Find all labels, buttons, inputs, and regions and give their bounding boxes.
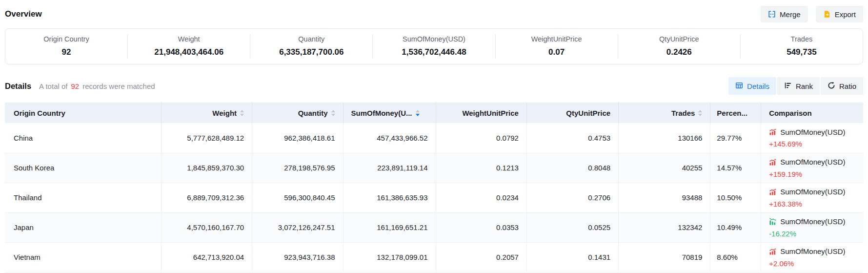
export-button[interactable]: Export	[816, 6, 863, 22]
tab-rank-label: Rank	[796, 82, 813, 90]
cell-comparison: SumOfMoney(USD) -16.22%	[761, 212, 863, 242]
trend-down-chart-icon	[769, 218, 777, 226]
col-header-percent: Percen...	[710, 103, 761, 123]
cell-country: Japan	[5, 212, 161, 242]
comparison-metric: SumOfMoney(USD)	[780, 248, 845, 255]
cell-sum-of-money: 161,386,635.93	[343, 183, 436, 212]
cell-weight: 4,570,160,167.70	[161, 212, 252, 242]
cell-comparison: SumOfMoney(USD) +145.69%	[761, 123, 863, 153]
comparison-change: +2.06%	[769, 260, 855, 267]
view-switcher: Details Rank	[728, 77, 863, 95]
cell-sum-of-money: 132,178,099.01	[343, 242, 436, 272]
cell-weight-unit-price: 0.0792	[436, 123, 526, 153]
trend-up-chart-icon	[769, 128, 777, 136]
col-label: Trades	[671, 109, 695, 117]
col-label: Weight	[212, 109, 237, 117]
col-label: Comparison	[769, 109, 812, 117]
cell-weight-unit-price: 0.1213	[436, 153, 526, 183]
top-bar: Overview Merge Export	[5, 0, 863, 26]
summary-prefix: A total of	[39, 82, 67, 90]
trend-up-chart-icon	[769, 248, 777, 255]
stat-weight: Weight 21,948,403,464.06	[127, 34, 250, 59]
stat-value: 0.07	[548, 47, 565, 57]
table-row[interactable]: Japan 4,570,160,167.70 3,072,126,247.51 …	[5, 212, 863, 242]
cell-percent: 14.57%	[710, 153, 761, 183]
cell-trades: 130166	[619, 123, 710, 153]
cell-weight-unit-price: 0.0353	[436, 212, 526, 242]
sort-caret-active-desc	[416, 110, 420, 116]
trend-up-chart-icon	[769, 158, 777, 166]
col-label: Quantity	[298, 109, 328, 117]
summary-suffix: records were matched	[82, 82, 155, 90]
comparison-metric: SumOfMoney(USD)	[780, 218, 845, 225]
cell-trades: 93488	[619, 183, 710, 212]
cell-qty-unit-price: 0.8048	[526, 153, 618, 183]
cell-comparison: SumOfMoney(USD) +2.06%	[761, 242, 863, 272]
details-table: Origin Country Weight Quantity SumOfMone…	[5, 103, 863, 273]
stat-value: 1,536,702,446.48	[402, 47, 466, 57]
cell-quantity: 3,072,126,247.51	[252, 212, 343, 242]
col-header-sum-of-money[interactable]: SumOfMoney(U...	[343, 103, 436, 123]
col-header-weight-unit-price: WeightUnitPrice	[436, 103, 526, 123]
details-bar: Details A total of92records were matched…	[5, 77, 863, 95]
page: Overview Merge Export	[0, 0, 868, 273]
cell-trades: 132342	[619, 212, 710, 242]
stat-trades: Trades 549,735	[740, 34, 863, 59]
stat-quantity: Quantity 6,335,187,700.06	[250, 34, 372, 59]
stat-value: 549,735	[787, 47, 816, 57]
table-row[interactable]: China 5,777,628,489.12 962,386,418.61 45…	[5, 123, 863, 153]
cell-percent: 8.60%	[710, 242, 761, 272]
col-label: Percen...	[717, 109, 747, 117]
table-row[interactable]: Vietnam 642,713,920.04 923,943,716.38 13…	[5, 242, 863, 272]
stat-weight-unit-price: WeightUnitPrice 0.07	[495, 34, 618, 59]
comparison-change: +159.19%	[769, 170, 855, 178]
col-label: WeightUnitPrice	[462, 109, 519, 117]
merge-button[interactable]: Merge	[761, 6, 808, 22]
sort-caret	[698, 110, 702, 116]
col-header-weight[interactable]: Weight	[161, 103, 252, 123]
page-title: Overview	[5, 9, 42, 19]
cell-comparison: SumOfMoney(USD) +163.38%	[761, 183, 863, 212]
cell-quantity: 596,300,840.45	[252, 183, 343, 212]
cell-weight: 1,845,859,370.30	[161, 153, 252, 183]
stat-origin-country: Origin Country 92	[5, 34, 127, 59]
tab-details[interactable]: Details	[728, 77, 776, 95]
stat-value: 92	[62, 47, 71, 57]
table-grid-icon	[735, 82, 743, 91]
export-file-icon	[823, 10, 831, 18]
comparison-change: +163.38%	[769, 200, 855, 208]
cell-quantity: 278,198,576.95	[252, 153, 343, 183]
sort-caret	[240, 110, 244, 116]
overview-stats-panel: Origin Country 92 Weight 21,948,403,464.…	[5, 28, 863, 64]
stat-value: 21,948,403,464.06	[154, 47, 223, 57]
col-header-trades[interactable]: Trades	[619, 103, 710, 123]
ratio-cycle-icon	[828, 82, 835, 91]
col-label: Origin Country	[14, 109, 65, 117]
tab-rank[interactable]: Rank	[777, 77, 820, 95]
cell-country: South Korea	[5, 153, 161, 183]
table-row[interactable]: South Korea 1,845,859,370.30 278,198,576…	[5, 153, 863, 183]
comparison-metric: SumOfMoney(USD)	[780, 128, 845, 136]
tab-ratio[interactable]: Ratio	[821, 77, 863, 95]
cell-sum-of-money: 161,169,651.21	[343, 212, 436, 242]
col-header-quantity[interactable]: Quantity	[252, 103, 343, 123]
cell-percent: 10.49%	[710, 212, 761, 242]
comparison-metric: SumOfMoney(USD)	[780, 158, 845, 166]
cell-country: China	[5, 123, 161, 153]
stat-label: Weight	[178, 35, 200, 43]
cell-quantity: 923,943,716.38	[252, 242, 343, 272]
stat-label: SumOfMoney(USD)	[403, 35, 465, 43]
cell-qty-unit-price: 0.4753	[526, 123, 618, 153]
details-title: Details	[5, 82, 31, 91]
export-button-label: Export	[835, 10, 856, 19]
cell-percent: 29.77%	[710, 123, 761, 153]
cell-weight-unit-price: 0.0234	[436, 183, 526, 212]
cell-qty-unit-price: 0.0525	[526, 212, 618, 242]
cell-weight: 6,889,709,312.36	[161, 183, 252, 212]
stat-label: QtyUnitPrice	[659, 35, 699, 43]
comparison-change: +145.69%	[769, 140, 855, 147]
table-row[interactable]: Thailand 6,889,709,312.36 596,300,840.45…	[5, 183, 863, 212]
stat-qty-unit-price: QtyUnitPrice 0.2426	[618, 34, 740, 59]
cell-sum-of-money: 223,891,119.14	[343, 153, 436, 183]
cell-weight: 642,713,920.04	[161, 242, 252, 272]
